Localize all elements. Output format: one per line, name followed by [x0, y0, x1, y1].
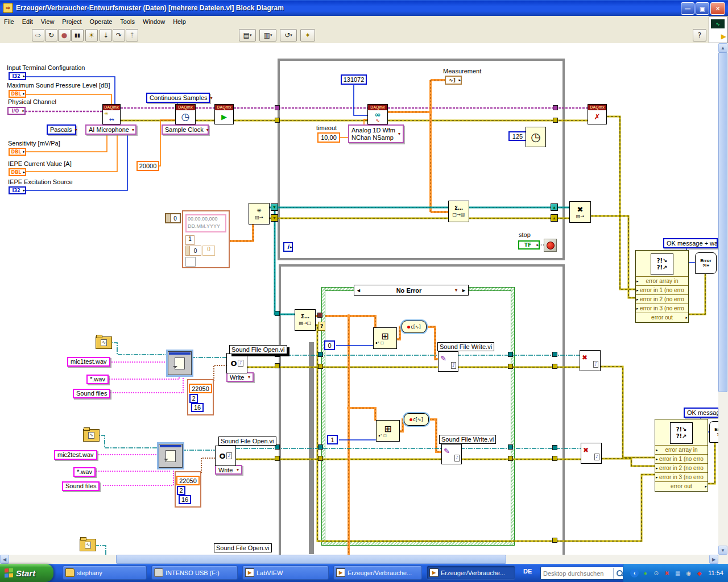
convert-to-waveform-node-2[interactable]: c[∿]: [404, 413, 429, 426]
spinner[interactable]: [186, 246, 190, 255]
start-button[interactable]: Start: [0, 564, 53, 582]
security-shield-icon[interactable]: ◆: [695, 569, 704, 577]
iteration-terminal[interactable]: i: [283, 242, 293, 252]
ring-write-mode-2[interactable]: Write▾: [215, 465, 242, 475]
terminal-stop-bool[interactable]: TF: [518, 240, 540, 250]
terminal-iepe-excitation-i32[interactable]: I32: [9, 186, 26, 194]
default-directory-icon-2[interactable]: ∿: [83, 429, 100, 442]
help-button[interactable]: ?: [693, 29, 706, 41]
sound-file-write-node-1[interactable]: ✎ ♪: [438, 351, 458, 372]
enum-pascals[interactable]: Pascals▾: [47, 124, 76, 135]
taskbar-clock[interactable]: 11:54: [708, 569, 723, 576]
clean-up-diagram-button[interactable]: ✦: [300, 29, 315, 41]
constant-bits-1[interactable]: 16: [191, 403, 204, 412]
constant-index-1[interactable]: 1: [327, 435, 338, 444]
scroll-up-button[interactable]: ▲: [718, 43, 727, 52]
highlight-execution-button[interactable]: ☀: [85, 29, 98, 41]
string-constant-file1[interactable]: mic1test.wav: [67, 357, 110, 367]
file-dialog-node-2[interactable]: [159, 444, 183, 468]
terminal-input-terminal-i32[interactable]: I32: [9, 72, 26, 80]
restore-button[interactable]: ▣: [696, 2, 709, 15]
stop-button[interactable]: [544, 239, 557, 252]
menu-edit[interactable]: Edit: [18, 17, 37, 26]
daqmx-timing-node[interactable]: DAQmx ◷: [175, 104, 196, 124]
menu-help[interactable]: Help: [169, 17, 190, 26]
taskbar-item-usb[interactable]: INTENSO USB (F:): [151, 566, 238, 580]
menu-file[interactable]: File: [0, 17, 18, 26]
taskbar-item-vi-1[interactable]: ▶ Erzeuger/Verbrauche...: [333, 566, 422, 580]
title-bar[interactable]: ⇨ Erzeuger/Verbraucher-Entwurfsmuster (D…: [0, 0, 728, 16]
sound-file-write-node-2[interactable]: ✎ ♪: [441, 444, 462, 464]
constant-wait-ms[interactable]: 125: [508, 131, 527, 141]
search-placeholder[interactable]: Desktop durchsuchen: [541, 570, 613, 577]
ring-error-handler-type-1[interactable]: OK message + warn: [663, 238, 718, 248]
constant-index-0[interactable]: 0: [324, 340, 335, 350]
terminal-sensitivity-dbl[interactable]: DBL: [9, 148, 26, 156]
run-button[interactable]: ⇨: [32, 29, 44, 41]
minimize-button[interactable]: —: [681, 2, 694, 15]
constant-bits-2[interactable]: 16: [179, 495, 191, 504]
merge-errors-node-2[interactable]: ?!↘?!↗ ▸error array in ▸error in 1 (no e…: [655, 419, 708, 492]
string-constant-prompt-1[interactable]: Sound files: [73, 389, 110, 398]
menu-window[interactable]: Window: [139, 17, 169, 26]
waveform-cluster-constant[interactable]: 00:00:00,000DD.MM.YYYY 1 0 0: [182, 210, 230, 268]
pause-button[interactable]: ▮▮: [71, 29, 84, 41]
sound-file-open-node-1[interactable]: O ♪: [226, 353, 247, 373]
horizontal-scroll-thumb[interactable]: [116, 555, 506, 564]
constant-timeout[interactable]: 10,00: [317, 132, 340, 143]
index-array-node-1[interactable]: ⊞ ∎⁺ □: [373, 327, 397, 349]
scroll-right-button[interactable]: ▶: [709, 555, 718, 564]
constant-channels-1[interactable]: 2: [189, 394, 198, 403]
daqmx-read-node[interactable]: DAQmx ∞ ∿: [367, 104, 388, 124]
align-objects-button[interactable]: ▤▾: [239, 29, 256, 41]
desktop-search-box[interactable]: Desktop durchsuchen: [540, 567, 626, 580]
daqmx-create-channel-node[interactable]: DAQmx ✳ ↔: [102, 104, 121, 124]
menu-operate[interactable]: Operate: [86, 17, 117, 26]
abort-button[interactable]: ●: [58, 29, 71, 41]
menu-view[interactable]: View: [37, 17, 59, 26]
constant-sample-rate[interactable]: 20000: [136, 161, 159, 171]
sound-file-close-node-1[interactable]: ✖ ♪: [580, 350, 601, 371]
sound-file-close-node-2[interactable]: ✖ ♪: [581, 443, 602, 464]
simple-error-handler-node-2[interactable]: Error?!+: [709, 421, 718, 443]
terminal-iepe-current-dbl[interactable]: DBL: [9, 168, 26, 176]
enum-continuous-samples[interactable]: Continuous Samples▾: [146, 93, 210, 103]
dt-constant[interactable]: 1: [185, 235, 195, 245]
merge-errors-node-1[interactable]: ?!↘?!↗ ▸error array in ▸error in 1 (no e…: [635, 250, 689, 323]
enqueue-element-node[interactable]: Σ… □→▤: [448, 201, 469, 222]
ring-error-handler-type-2[interactable]: OK message: [684, 408, 718, 418]
back-icon[interactable]: ‹: [630, 569, 639, 577]
file-dialog-node-1[interactable]: [168, 351, 192, 375]
case-prev-icon[interactable]: ◄: [354, 288, 363, 293]
run-continuous-button[interactable]: ↻: [45, 29, 57, 41]
scroll-down-button[interactable]: ▼: [718, 546, 727, 555]
case-selector[interactable]: ◄ No Error ▾ ►: [354, 285, 469, 296]
menu-project[interactable]: Project: [58, 17, 85, 26]
obtain-queue-node[interactable]: ✳ ▤→: [249, 203, 270, 225]
indicator-measurement[interactable]: ∿]: [445, 76, 462, 85]
close-button[interactable]: ✕: [710, 2, 725, 15]
string-constant-prompt-2[interactable]: Sound files: [62, 481, 100, 491]
index-array-node-2[interactable]: ⊞ ∎⁺ □: [376, 420, 400, 442]
release-queue-node[interactable]: ✖ ▤→: [569, 201, 591, 223]
network-error-icon[interactable]: ✖: [663, 569, 671, 577]
sound-file-open-node-2[interactable]: O ♪: [215, 446, 236, 466]
taskbar-item-vi-2[interactable]: ▶ Erzeuger/Verbrauche...: [427, 566, 515, 580]
vertical-scroll-thumb[interactable]: [718, 52, 727, 392]
display-icon[interactable]: ▦: [673, 569, 682, 577]
dequeue-element-node[interactable]: Σ… ▤→□: [295, 309, 316, 331]
string-constant-pattern-1[interactable]: *.wav: [86, 375, 109, 384]
ring-ai-microphone[interactable]: AI Microphone▾: [85, 124, 136, 135]
convert-to-waveform-node-1[interactable]: c[∿]: [402, 321, 427, 333]
taskbar-item-stephany[interactable]: stephany: [63, 566, 147, 580]
horizontal-scrollbar[interactable]: ◀ ▶: [0, 555, 718, 564]
case-dropdown-icon[interactable]: ▾: [455, 288, 460, 293]
simple-error-handler-node-1[interactable]: Error?!+: [695, 252, 717, 274]
terminal-max-pressure-dbl[interactable]: DBL: [9, 90, 26, 98]
messenger-icon[interactable]: ●: [641, 569, 650, 577]
ring-read-mode[interactable]: Analog 1D WfmNChan NSamp ▾: [348, 124, 404, 143]
scroll-left-button[interactable]: ◀: [0, 555, 9, 564]
vertical-scrollbar[interactable]: ▲ ▼: [718, 43, 728, 555]
menu-tools[interactable]: Tools: [116, 17, 139, 26]
default-directory-icon-1[interactable]: ∿: [96, 336, 112, 349]
